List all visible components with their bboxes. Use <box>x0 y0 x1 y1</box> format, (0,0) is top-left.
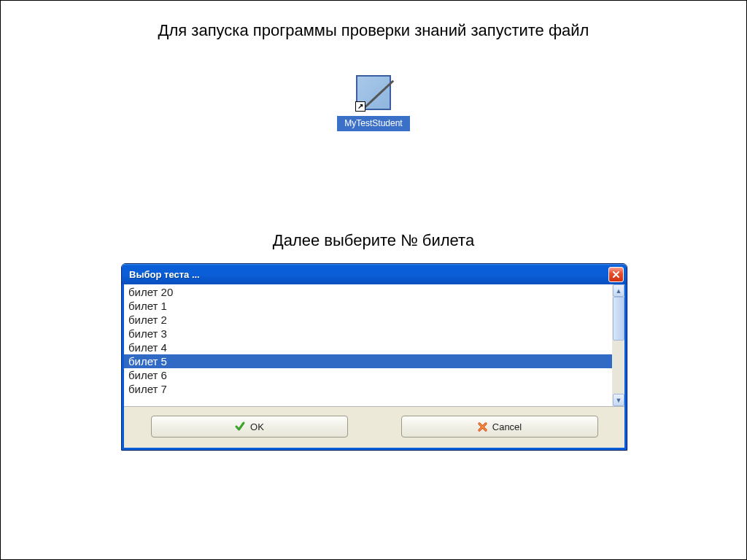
scroll-track[interactable] <box>613 297 624 394</box>
test-selection-dialog: Выбор теста ... билет 20билет 1билет 2би… <box>121 263 627 451</box>
close-icon <box>612 271 620 279</box>
close-button[interactable] <box>608 267 624 282</box>
cancel-icon <box>477 421 488 432</box>
instruction-text-2: Далее выберите № билета <box>1 231 746 250</box>
desktop-icon-label: MyTestStudent <box>337 116 410 131</box>
list-item[interactable]: билет 6 <box>124 368 612 382</box>
chevron-down-icon: ▼ <box>616 397 622 404</box>
cancel-button[interactable]: Cancel <box>401 416 598 438</box>
list-item[interactable]: билет 4 <box>124 341 612 354</box>
chevron-up-icon: ▲ <box>616 287 622 295</box>
scroll-thumb[interactable] <box>613 297 624 341</box>
ok-button-label: OK <box>250 421 264 432</box>
dialog-body: билет 20билет 1билет 2билет 3билет 4биле… <box>122 284 627 450</box>
test-listbox[interactable]: билет 20билет 1билет 2билет 3билет 4биле… <box>124 284 612 406</box>
instruction-text-1: Для запуска программы проверки знаний за… <box>1 21 746 40</box>
list-item[interactable]: билет 5 <box>124 354 612 368</box>
list-item[interactable]: билет 3 <box>124 327 612 341</box>
dialog-titlebar[interactable]: Выбор теста ... <box>122 264 627 284</box>
list-item[interactable]: билет 1 <box>124 299 612 313</box>
list-item[interactable]: билет 7 <box>124 382 612 396</box>
list-item[interactable]: билет 2 <box>124 313 612 327</box>
dialog-button-row: OK Cancel <box>124 407 624 448</box>
app-icon: ↗ <box>354 75 393 114</box>
cancel-button-label: Cancel <box>492 421 522 432</box>
scroll-down-button[interactable]: ▼ <box>613 394 624 406</box>
check-icon <box>234 421 246 432</box>
scroll-up-button[interactable]: ▲ <box>613 284 624 297</box>
listbox-container: билет 20билет 1билет 2билет 3билет 4биле… <box>124 284 624 407</box>
list-item[interactable]: билет 20 <box>124 285 612 299</box>
desktop-shortcut[interactable]: ↗ MyTestStudent <box>337 75 410 131</box>
ok-button[interactable]: OK <box>151 416 348 438</box>
shortcut-arrow-icon: ↗ <box>355 101 365 112</box>
dialog-title: Выбор теста ... <box>129 269 608 280</box>
vertical-scrollbar[interactable]: ▲ ▼ <box>612 284 624 406</box>
